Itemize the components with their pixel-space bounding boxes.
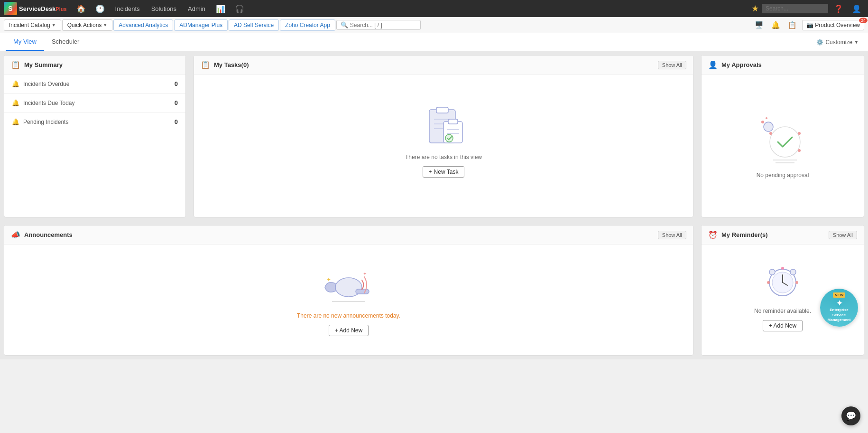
toolbar-search[interactable]: 🔍	[336, 20, 421, 30]
svg-point-31	[767, 281, 770, 284]
tab-my-view[interactable]: My View	[6, 33, 44, 51]
solutions-nav[interactable]: Solutions	[147, 3, 181, 14]
my-summary-header: 📋 My Summary	[4, 56, 185, 75]
incidents-due-today-row[interactable]: 🔔 Incidents Due Today 0	[4, 94, 185, 113]
tasks-icon: 📋	[201, 60, 210, 69]
home-button[interactable]: 🏠	[73, 2, 90, 15]
add-announcement-button[interactable]: + Add New	[329, 325, 369, 336]
my-tasks-header: 📋 My Tasks(0) Show All	[194, 56, 693, 75]
user-profile-icon[interactable]: 👤	[849, 3, 864, 14]
svg-point-10	[764, 122, 773, 132]
customize-button[interactable]: ⚙️ Customize ▼	[813, 37, 862, 47]
svg-rect-20	[356, 289, 369, 294]
admin-nav[interactable]: Admin	[183, 3, 210, 14]
help-icon[interactable]: ❓	[831, 3, 846, 14]
monitor-icon[interactable]: 🖥️	[752, 20, 766, 30]
summary-icon: 📋	[11, 60, 20, 69]
history-button[interactable]: 🕐	[92, 2, 109, 15]
star-icon[interactable]: ★	[751, 3, 759, 14]
new-task-label: New Task	[434, 169, 459, 175]
new-task-button[interactable]: + New Task	[423, 166, 465, 178]
incidents-due-today-label: 🔔 Incidents Due Today	[12, 99, 75, 106]
my-tasks-panel: 📋 My Tasks(0) Show All	[194, 55, 693, 217]
svg-point-12	[766, 117, 767, 119]
my-tasks-title: 📋 My Tasks(0)	[201, 60, 249, 69]
tasks-show-all-button[interactable]: Show All	[658, 61, 686, 69]
svg-point-33	[781, 267, 784, 270]
incident-catalog-caret: ▼	[52, 23, 56, 28]
clipboard-icon[interactable]: 📋	[785, 20, 799, 30]
svg-point-28	[769, 269, 775, 275]
tasks-empty-text: There are no tasks in this view	[405, 154, 482, 160]
reminders-illustration	[759, 259, 806, 303]
reminders-show-all-button[interactable]: Show All	[829, 231, 857, 239]
tab-row: My View Scheduler ⚙️ Customize ▼	[0, 33, 868, 51]
notification-bell-icon[interactable]: 🔔	[769, 20, 783, 30]
svg-point-29	[790, 269, 796, 275]
announcements-show-all-button[interactable]: Show All	[658, 231, 686, 239]
topbar-search-input[interactable]	[762, 4, 828, 13]
my-approvals-title: 👤 My Approvals	[708, 60, 762, 69]
customize-label: Customize	[825, 39, 852, 46]
toolbar-right: 🖥️ 🔔 📋 📷 Product Overview 24	[752, 20, 864, 30]
tab-scheduler[interactable]: Scheduler	[44, 33, 87, 51]
svg-rect-1	[436, 107, 448, 113]
svg-rect-6	[448, 119, 458, 124]
reminders-empty-state: No reminder available. + Add New NEW ✦ E…	[702, 245, 864, 346]
zoho-creator-link[interactable]: Zoho Creator App	[280, 19, 335, 31]
overdue-icon: 🔔	[12, 80, 19, 87]
svg-point-13	[770, 127, 800, 157]
svg-point-14	[769, 132, 772, 135]
my-reminders-title: ⏰ My Reminder(s)	[708, 230, 768, 239]
quick-actions-button[interactable]: Quick Actions ▼	[62, 19, 113, 31]
announcements-icon: 📣	[11, 230, 20, 239]
topbar-right: ★ ❓ 👤	[751, 3, 864, 14]
announcements-empty-text: There are no new announcements today.	[297, 312, 400, 319]
quick-actions-caret: ▼	[103, 23, 107, 28]
gear-icon: ⚙️	[816, 39, 823, 46]
my-reminders-panel: ⏰ My Reminder(s) Show All	[701, 225, 864, 356]
pending-incidents-row[interactable]: 🔔 Pending Incidents 0	[4, 113, 185, 131]
pending-incidents-count: 0	[175, 118, 178, 125]
reminders-empty-text: No reminder available.	[754, 308, 811, 314]
my-reminders-header: ⏰ My Reminder(s) Show All	[702, 226, 864, 245]
incidents-overdue-row[interactable]: 🔔 Incidents Overdue 0	[4, 75, 185, 94]
chat-button[interactable]: 💬	[841, 406, 860, 425]
incidents-due-today-count: 0	[175, 99, 178, 106]
my-summary-panel: 📋 My Summary 🔔 Incidents Overdue 0 🔔 Inc…	[4, 55, 186, 217]
svg-text:✦: ✦	[363, 271, 367, 276]
quick-actions-label: Quick Actions	[67, 22, 102, 28]
incidents-overdue-count: 0	[175, 80, 178, 87]
my-approvals-panel: 👤 My Approvals	[701, 55, 864, 217]
incident-catalog-button[interactable]: Incident Catalog ▼	[4, 19, 61, 31]
ad-self-service-link[interactable]: AD Self Service	[229, 19, 279, 31]
notification-count-badge: 24	[859, 18, 868, 23]
toolbar-search-input[interactable]	[350, 22, 416, 28]
svg-point-16	[798, 149, 801, 152]
esm-text: Enterprise Service Management	[828, 308, 851, 322]
add-reminder-button[interactable]: + Add New	[763, 320, 803, 331]
logo-icon: S	[4, 2, 17, 15]
esm-badge[interactable]: NEW ✦ Enterprise Service Management	[820, 289, 858, 327]
my-approvals-header: 👤 My Approvals	[702, 56, 864, 75]
main-content: 📋 My Summary 🔔 Incidents Overdue 0 🔔 Inc…	[0, 51, 868, 359]
svg-point-11	[761, 121, 764, 123]
incidents-nav[interactable]: Incidents	[111, 3, 145, 14]
headset-icon[interactable]: 🎧	[231, 2, 248, 15]
admanager-link[interactable]: ADManager Plus	[174, 19, 228, 31]
app-logo[interactable]: S ServiceDeskPlus	[4, 2, 67, 15]
toolbar: Incident Catalog ▼ Quick Actions ▼ Advan…	[0, 17, 868, 33]
approvals-illustration	[754, 113, 811, 167]
announcements-empty-state: ✦ ✦ There are no new announcements today…	[4, 245, 693, 355]
advanced-analytics-link[interactable]: Advanced Analytics	[113, 19, 173, 31]
incidents-overdue-label: 🔔 Incidents Overdue	[12, 80, 69, 87]
analytics-icon[interactable]: 📊	[212, 2, 229, 15]
svg-point-32	[795, 281, 798, 284]
pending-incidents-label: 🔔 Pending Incidents	[12, 118, 68, 125]
product-overview-button[interactable]: 📷 Product Overview 24	[802, 20, 864, 30]
announcements-header: 📣 Announcements Show All	[4, 226, 693, 245]
incident-catalog-label: Incident Catalog	[9, 22, 50, 28]
product-overview-camera-icon: 📷	[806, 22, 813, 28]
plus-icon: +	[429, 169, 432, 175]
approvals-icon: 👤	[708, 60, 718, 69]
